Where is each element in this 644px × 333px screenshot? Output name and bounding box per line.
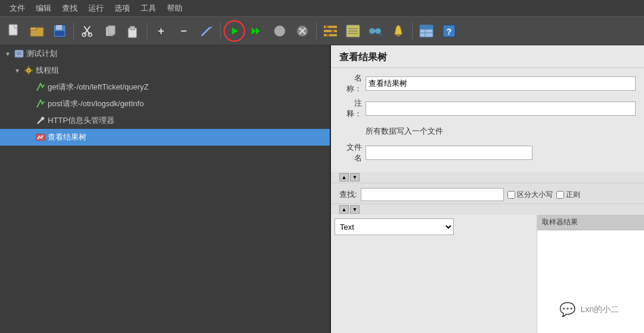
- separator-5: [412, 23, 413, 39]
- pause-button[interactable]: [269, 20, 290, 42]
- filename-row: 文件名: [339, 142, 636, 164]
- name-row: 名称：: [339, 73, 636, 94]
- view-type-dropdown[interactable]: Text RegExp Tester CSS/JQuery Tester XPa…: [335, 218, 454, 235]
- write-all-row: 所有数据写入一个文件: [339, 123, 636, 138]
- menu-find[interactable]: 查找: [57, 1, 82, 16]
- regex-label[interactable]: 正则: [556, 190, 580, 200]
- toolbar: + −: [0, 17, 644, 45]
- gear-icon: [24, 66, 33, 75]
- regex-text: 正则: [566, 190, 580, 200]
- open-button[interactable]: [26, 20, 48, 42]
- svg-line-55: [38, 119, 42, 124]
- config-button[interactable]: [320, 20, 341, 42]
- main-area: ▼ 测试计划 ▼ 线程组 ▶: [0, 45, 644, 333]
- bell-button[interactable]: [388, 20, 409, 42]
- svg-point-27: [326, 25, 329, 28]
- tree-item-plan[interactable]: ▼ 测试计划: [0, 45, 330, 62]
- tree-item-get[interactable]: ▶ get请求-/otn/leftTicket/queryZ: [0, 79, 330, 95]
- tree-item-threadgroup[interactable]: ▼ 线程组: [0, 62, 330, 79]
- add-button[interactable]: +: [150, 20, 172, 42]
- svg-rect-51: [28, 66, 29, 68]
- remove-button[interactable]: −: [173, 20, 194, 42]
- scroll-down-btn-2[interactable]: ▼: [350, 205, 360, 214]
- threadgroup-label: 线程组: [36, 65, 59, 76]
- svg-point-29: [327, 33, 330, 36]
- separator-2: [147, 23, 147, 39]
- filename-input[interactable]: [366, 146, 532, 160]
- scroll-arrows-bottom: ▲ ▼: [331, 204, 644, 215]
- table-button[interactable]: [416, 20, 437, 42]
- menu-file[interactable]: 文件: [5, 1, 30, 16]
- wrench-icon: [36, 116, 45, 125]
- watermark-text: Lxn的小二: [580, 304, 619, 315]
- svg-rect-36: [373, 30, 378, 32]
- post-request-icon: [36, 99, 45, 109]
- svg-marker-18: [252, 27, 256, 35]
- right-form: 名称： 注释： 所有数据写入一个文件 文件名: [331, 68, 644, 172]
- menu-edit[interactable]: 编辑: [31, 1, 56, 16]
- search-label: 查找:: [339, 189, 357, 200]
- scroll-down-btn[interactable]: ▼: [350, 173, 360, 181]
- post-request-label: post请求-/otn/logsdk/getInfo: [48, 98, 144, 109]
- svg-rect-5: [56, 25, 62, 30]
- menu-tools[interactable]: 工具: [136, 1, 161, 16]
- svg-text:?: ?: [447, 27, 452, 36]
- tree-item-http-header[interactable]: ▶ HTTP信息头管理器: [0, 112, 330, 129]
- separator-3: [220, 23, 221, 39]
- help-button[interactable]: ?: [438, 20, 460, 42]
- scroll-arrows-top: ▲ ▼: [331, 172, 644, 183]
- svg-rect-25: [324, 30, 337, 32]
- watermark: 💬 Lxn的小二: [552, 298, 626, 321]
- comment-input[interactable]: [366, 101, 636, 116]
- separator-4: [316, 23, 317, 39]
- svg-rect-53: [24, 70, 26, 71]
- menu-help[interactable]: 帮助: [162, 1, 187, 16]
- tree-item-post[interactable]: ▶ post请求-/otn/logsdk/getInfo: [0, 95, 330, 112]
- svg-rect-46: [15, 50, 23, 57]
- svg-line-37: [380, 33, 382, 36]
- save-button[interactable]: [49, 20, 70, 42]
- get-request-icon: [36, 82, 45, 92]
- stop-button[interactable]: [292, 20, 313, 42]
- regex-checkbox[interactable]: [556, 191, 564, 199]
- paste-button[interactable]: [122, 20, 144, 42]
- search-button[interactable]: [365, 20, 386, 42]
- svg-rect-40: [420, 25, 433, 29]
- menu-options[interactable]: 选项: [110, 1, 135, 16]
- name-input[interactable]: [366, 76, 636, 91]
- svg-rect-54: [31, 70, 33, 71]
- tree-item-view-results[interactable]: ▶ 查看结果树: [0, 129, 330, 146]
- svg-rect-52: [28, 73, 29, 75]
- name-label: 名称：: [339, 73, 366, 94]
- svg-rect-3: [30, 27, 36, 30]
- plan-label: 测试计划: [26, 48, 57, 59]
- separator-1: [73, 23, 74, 39]
- svg-rect-26: [324, 34, 337, 36]
- scroll-up-btn-2[interactable]: ▲: [339, 205, 349, 214]
- expand-arrow-plan: ▼: [5, 51, 12, 57]
- case-sensitive-label[interactable]: 区分大小写: [507, 190, 553, 200]
- panel-title: 查看结果树: [331, 45, 644, 68]
- clear-button[interactable]: [196, 20, 217, 42]
- view-results-icon: [36, 132, 45, 142]
- scroll-up-btn[interactable]: ▲: [339, 173, 349, 181]
- right-panel: 查看结果树 名称： 注释： 所有数据写入一个文件 文件名: [331, 45, 644, 333]
- play-button[interactable]: [224, 20, 245, 42]
- search-row: 查找: 区分大小写 正则: [339, 188, 636, 201]
- new-file-button[interactable]: [4, 20, 25, 42]
- cut-button[interactable]: [77, 20, 98, 42]
- svg-marker-17: [232, 27, 238, 35]
- plan-icon: [14, 49, 24, 58]
- menu-run[interactable]: 运行: [83, 1, 109, 16]
- svg-point-50: [27, 69, 30, 72]
- sampler-result-header[interactable]: 取样器结果: [537, 215, 644, 230]
- comment-row: 注释：: [339, 98, 636, 119]
- svg-point-28: [332, 29, 335, 32]
- case-sensitive-checkbox[interactable]: [507, 191, 515, 199]
- http-header-label: HTTP信息头管理器: [48, 115, 114, 126]
- search-input[interactable]: [361, 188, 504, 201]
- watermark-icon: 💬: [559, 302, 575, 317]
- copy-button[interactable]: [100, 20, 121, 42]
- fast-forward-button[interactable]: [246, 20, 268, 42]
- list-button[interactable]: [342, 20, 364, 42]
